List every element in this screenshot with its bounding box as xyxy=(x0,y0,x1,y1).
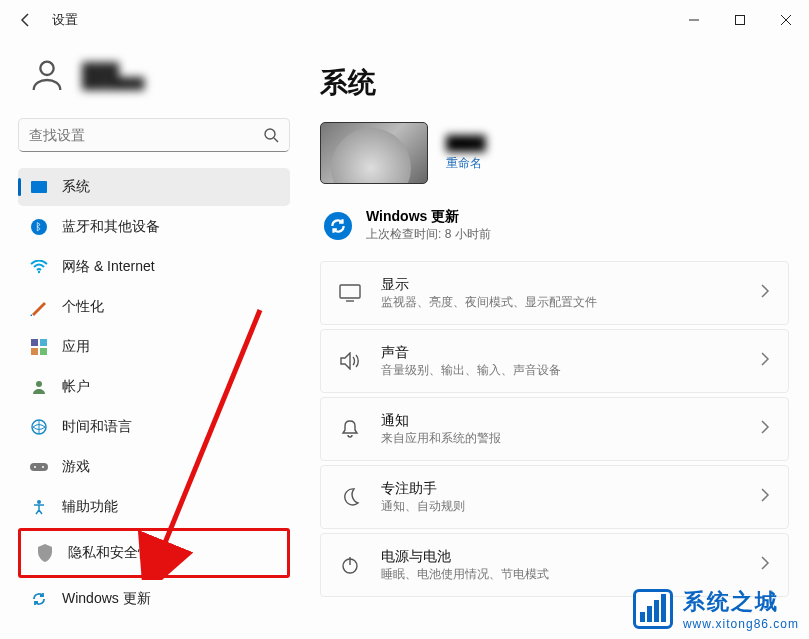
sidebar-item-accessibility[interactable]: 辅助功能 xyxy=(18,488,290,526)
sound-icon xyxy=(339,350,361,372)
svg-rect-5 xyxy=(31,181,47,193)
sidebar-item-accounts[interactable]: 帐户 xyxy=(18,368,290,406)
sidebar-item-time-language[interactable]: 时间和语言 xyxy=(18,408,290,446)
card-title: 电源与电池 xyxy=(381,548,740,566)
svg-rect-11 xyxy=(40,348,47,355)
update-icon xyxy=(30,590,48,608)
window-title: 设置 xyxy=(52,11,78,29)
nav-list: 系统 蓝牙和其他设备 网络 & Internet 个性化 应用 xyxy=(18,168,290,618)
svg-point-17 xyxy=(37,500,41,504)
svg-point-6 xyxy=(31,219,47,235)
svg-line-4 xyxy=(274,138,278,142)
card-subtitle: 监视器、亮度、夜间模式、显示配置文件 xyxy=(381,294,740,311)
card-subtitle: 通知、自动规则 xyxy=(381,498,740,515)
svg-rect-1 xyxy=(736,16,745,25)
system-icon xyxy=(30,178,48,196)
card-title: 专注助手 xyxy=(381,480,740,498)
sidebar-item-label: 辅助功能 xyxy=(62,498,118,516)
sidebar-item-network[interactable]: 网络 & Internet xyxy=(18,248,290,286)
sidebar-item-personalization[interactable]: 个性化 xyxy=(18,288,290,326)
sidebar-item-gaming[interactable]: 游戏 xyxy=(18,448,290,486)
chevron-right-icon xyxy=(760,488,770,506)
svg-rect-8 xyxy=(31,339,38,346)
svg-rect-10 xyxy=(31,348,38,355)
main-content: 系统 ████ 重命名 Windows 更新 上次检查时间: 8 小时前 xyxy=(300,40,809,639)
sidebar-item-apps[interactable]: 应用 xyxy=(18,328,290,366)
rename-link[interactable]: 重命名 xyxy=(446,155,486,172)
sidebar-item-bluetooth[interactable]: 蓝牙和其他设备 xyxy=(18,208,290,246)
bell-icon xyxy=(339,418,361,440)
sidebar-item-label: 蓝牙和其他设备 xyxy=(62,218,160,236)
bluetooth-icon xyxy=(30,218,48,236)
card-subtitle: 来自应用和系统的警报 xyxy=(381,430,740,447)
shield-icon xyxy=(36,544,54,562)
card-title: 显示 xyxy=(381,276,740,294)
personalize-icon xyxy=(30,298,48,316)
chevron-right-icon xyxy=(760,420,770,438)
sidebar-item-label: Windows 更新 xyxy=(62,590,151,608)
annotation-highlight: 隐私和安全性 xyxy=(18,528,290,578)
watermark-logo xyxy=(633,589,673,629)
device-name: ████ xyxy=(446,135,486,151)
update-sync-icon xyxy=(324,212,352,240)
back-button[interactable] xyxy=(16,10,36,30)
chevron-right-icon xyxy=(760,284,770,302)
card-subtitle: 睡眠、电池使用情况、节电模式 xyxy=(381,566,740,583)
chevron-right-icon xyxy=(760,352,770,370)
update-subtitle: 上次检查时间: 8 小时前 xyxy=(366,226,491,243)
svg-point-7 xyxy=(38,271,40,273)
sidebar: ████ ████████ 系统 蓝牙和其他设备 xyxy=(0,40,300,639)
avatar-icon xyxy=(24,52,70,98)
power-icon xyxy=(339,554,361,576)
search-box[interactable] xyxy=(18,118,290,152)
moon-icon xyxy=(339,486,361,508)
time-icon xyxy=(30,418,48,436)
svg-point-2 xyxy=(40,62,53,75)
svg-rect-14 xyxy=(30,463,48,471)
search-icon xyxy=(263,127,279,143)
watermark: 系统之城 www.xitong86.com xyxy=(633,587,799,631)
card-subtitle: 音量级别、输出、输入、声音设备 xyxy=(381,362,740,379)
sidebar-item-label: 隐私和安全性 xyxy=(68,544,152,562)
sidebar-item-windows-update[interactable]: Windows 更新 xyxy=(18,580,290,618)
user-name: ████ ████████ xyxy=(82,62,144,89)
wifi-icon xyxy=(30,258,48,276)
sidebar-item-label: 应用 xyxy=(62,338,90,356)
sidebar-item-label: 网络 & Internet xyxy=(62,258,155,276)
gaming-icon xyxy=(30,458,48,476)
watermark-title: 系统之城 xyxy=(683,587,799,617)
sidebar-item-system[interactable]: 系统 xyxy=(18,168,290,206)
svg-point-12 xyxy=(36,381,42,387)
svg-point-3 xyxy=(265,129,275,139)
device-info-row: ████ 重命名 xyxy=(320,122,789,184)
card-notifications[interactable]: 通知 来自应用和系统的警报 xyxy=(320,397,789,461)
update-title: Windows 更新 xyxy=(366,208,491,226)
sidebar-item-label: 帐户 xyxy=(62,378,90,396)
user-profile[interactable]: ████ ████████ xyxy=(18,52,290,98)
maximize-button[interactable] xyxy=(717,0,763,40)
apps-icon xyxy=(30,338,48,356)
svg-rect-18 xyxy=(340,285,360,298)
search-input[interactable] xyxy=(29,127,263,143)
sidebar-item-label: 系统 xyxy=(62,178,90,196)
minimize-button[interactable] xyxy=(671,0,717,40)
close-button[interactable] xyxy=(763,0,809,40)
card-title: 声音 xyxy=(381,344,740,362)
display-icon xyxy=(339,282,361,304)
chevron-right-icon xyxy=(760,556,770,574)
svg-point-15 xyxy=(34,466,36,468)
card-title: 通知 xyxy=(381,412,740,430)
card-sound[interactable]: 声音 音量级别、输出、输入、声音设备 xyxy=(320,329,789,393)
windows-update-summary[interactable]: Windows 更新 上次检查时间: 8 小时前 xyxy=(320,202,789,261)
watermark-url: www.xitong86.com xyxy=(683,617,799,631)
card-focus-assist[interactable]: 专注助手 通知、自动规则 xyxy=(320,465,789,529)
sidebar-item-label: 时间和语言 xyxy=(62,418,132,436)
svg-point-16 xyxy=(42,466,44,468)
page-title: 系统 xyxy=(320,64,789,102)
svg-rect-9 xyxy=(40,339,47,346)
sidebar-item-label: 个性化 xyxy=(62,298,104,316)
sidebar-item-privacy-security[interactable]: 隐私和安全性 xyxy=(24,534,284,572)
device-thumbnail[interactable] xyxy=(320,122,428,184)
card-display[interactable]: 显示 监视器、亮度、夜间模式、显示配置文件 xyxy=(320,261,789,325)
titlebar: 设置 xyxy=(0,0,809,40)
